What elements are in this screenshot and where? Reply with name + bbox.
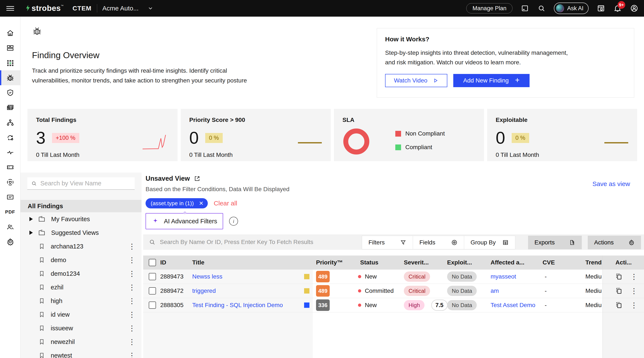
- row-checkbox[interactable]: [149, 302, 156, 309]
- row-checkbox[interactable]: [149, 287, 156, 294]
- sidebar-item-dashboards[interactable]: [0, 40, 20, 56]
- view-item[interactable]: ezhil ⋮: [20, 280, 142, 294]
- video-tutorials-icon[interactable]: [597, 4, 605, 12]
- sidebar-item-apps[interactable]: [0, 56, 20, 70]
- add-new-finding-button[interactable]: Add New Finding +: [453, 74, 530, 87]
- filters-button[interactable]: Filters: [362, 236, 413, 249]
- copy-icon[interactable]: [615, 287, 623, 295]
- how-it-works-title: How it Works?: [385, 36, 626, 43]
- sidebar-item-settings[interactable]: [0, 234, 20, 249]
- view-kebab-menu-icon[interactable]: ⋮: [128, 338, 136, 345]
- watch-video-button[interactable]: Watch Video: [385, 74, 447, 87]
- sidebar-item-tickets[interactable]: [0, 160, 20, 175]
- view-kebab-menu-icon[interactable]: ⋮: [128, 325, 136, 331]
- affected-asset-link[interactable]: myasseot: [490, 273, 516, 280]
- title-color-square: [304, 274, 310, 279]
- table-search-box[interactable]: [149, 234, 349, 250]
- view-item[interactable]: archana123 ⋮: [20, 240, 142, 253]
- info-icon[interactable]: i: [229, 217, 238, 226]
- row-kebab-menu-icon[interactable]: ⋮: [630, 286, 638, 295]
- home-icon: [6, 29, 14, 37]
- bookmark-icon: [38, 298, 45, 304]
- view-item[interactable]: demo1234 ⋮: [20, 267, 142, 280]
- view-item[interactable]: newezhil ⋮: [20, 335, 142, 348]
- org-selector-label[interactable]: Acme Auto...: [102, 5, 138, 12]
- chevron-down-icon[interactable]: [148, 5, 154, 11]
- sidebar-item-assets[interactable]: [0, 100, 20, 115]
- folder-my-favourites[interactable]: My Favourites: [20, 212, 142, 226]
- view-item[interactable]: newtest ⋮: [20, 348, 142, 358]
- sidebar-item-hierarchy[interactable]: [0, 115, 20, 130]
- view-search-box[interactable]: [27, 177, 135, 190]
- row-checkbox[interactable]: [149, 273, 156, 280]
- table-row[interactable]: 2888305 Test Finding - SQL Injection Dem…: [143, 298, 644, 312]
- view-item[interactable]: issueew ⋮: [20, 321, 142, 335]
- sidebar-item-pentesting[interactable]: [0, 175, 20, 190]
- ask-ai-button[interactable]: Ask AI: [554, 2, 588, 14]
- finding-title-link[interactable]: Test Finding - SQL Injection Demo: [192, 302, 283, 308]
- sidebar-item-automation[interactable]: [0, 130, 20, 145]
- sidebar-item-users[interactable]: [0, 220, 20, 234]
- column-header-priority[interactable]: Priority™: [316, 259, 343, 266]
- column-header-exploit[interactable]: Exploit...: [447, 259, 472, 266]
- save-as-view-link[interactable]: Save as view: [592, 180, 630, 188]
- view-item[interactable]: id view ⋮: [20, 308, 142, 321]
- ai-advanced-filters-button[interactable]: AI Advanced Filters: [146, 213, 223, 229]
- copy-icon[interactable]: [615, 273, 623, 280]
- sidebar-item-compliance[interactable]: [0, 85, 20, 100]
- sidebar-item-activity[interactable]: [0, 145, 20, 160]
- sidebar-item-reports[interactable]: [0, 190, 20, 204]
- view-kebab-menu-icon[interactable]: ⋮: [128, 352, 136, 358]
- sidebar-item-home[interactable]: [0, 26, 20, 40]
- account-icon[interactable]: [630, 4, 638, 12]
- view-item[interactable]: demo ⋮: [20, 253, 142, 267]
- view-search-input[interactable]: [40, 180, 131, 187]
- changelog-panel-icon[interactable]: [520, 4, 529, 12]
- search-icon[interactable]: [537, 4, 546, 12]
- finding-title-link[interactable]: Newss less: [192, 273, 222, 280]
- affected-asset-link[interactable]: am: [490, 288, 499, 294]
- column-header-id[interactable]: ID: [160, 259, 166, 266]
- column-header-severity[interactable]: Severit...: [404, 259, 429, 266]
- select-all-checkbox[interactable]: [149, 259, 156, 266]
- fields-button[interactable]: Fields: [413, 236, 464, 249]
- view-kebab-menu-icon[interactable]: ⋮: [128, 284, 136, 290]
- clear-all-link[interactable]: Clear all: [214, 200, 237, 207]
- actions-button[interactable]: Actions: [588, 236, 641, 249]
- row-kebab-menu-icon[interactable]: ⋮: [630, 301, 638, 310]
- group-by-button[interactable]: Group By: [464, 236, 515, 249]
- column-header-trend[interactable]: Trend: [586, 259, 602, 266]
- sidebar-item-findings[interactable]: [0, 70, 20, 85]
- column-header-affected-assets[interactable]: Affected a...: [490, 259, 524, 266]
- launch-icon[interactable]: [194, 175, 200, 182]
- filter-chip[interactable]: (asset.type in (1)) ✕: [146, 198, 208, 208]
- row-kebab-menu-icon[interactable]: ⋮: [630, 272, 638, 281]
- exports-button[interactable]: Exports: [528, 236, 582, 249]
- view-kebab-menu-icon[interactable]: ⋮: [128, 257, 136, 263]
- strobes-logo[interactable]: strobes ™: [24, 4, 64, 13]
- affected-asset-link[interactable]: Test Asset Demo: [490, 302, 535, 308]
- view-kebab-menu-icon[interactable]: ⋮: [128, 243, 136, 250]
- view-item[interactable]: high ⋮: [20, 294, 142, 308]
- column-header-title[interactable]: Title: [192, 259, 204, 266]
- view-kebab-menu-icon[interactable]: ⋮: [128, 270, 136, 277]
- caret-right-icon[interactable]: [30, 217, 33, 221]
- column-header-actions[interactable]: Acti...: [603, 256, 644, 270]
- view-kebab-menu-icon[interactable]: ⋮: [128, 311, 136, 318]
- manage-plan-button[interactable]: Manage Plan: [466, 3, 512, 14]
- all-findings-item[interactable]: All Findings: [20, 200, 142, 212]
- table-search-input[interactable]: [160, 239, 334, 246]
- copy-icon[interactable]: [615, 301, 623, 309]
- table-row[interactable]: 2889473 Newss less 489 New Critical No D…: [143, 270, 644, 284]
- notifications-bell-icon[interactable]: 9+: [613, 4, 622, 12]
- view-kebab-menu-icon[interactable]: ⋮: [128, 298, 136, 304]
- column-header-cve[interactable]: CVE: [542, 259, 555, 266]
- chip-close-icon[interactable]: ✕: [197, 200, 205, 207]
- finding-title-link[interactable]: triggered: [192, 288, 216, 294]
- hamburger-menu-icon[interactable]: [0, 0, 20, 16]
- column-header-status[interactable]: Status: [360, 259, 378, 266]
- folder-suggested-views[interactable]: Suggested Views: [20, 226, 142, 240]
- caret-right-icon[interactable]: [30, 230, 33, 235]
- sidebar-item-pdf-reports[interactable]: PDF: [0, 204, 20, 220]
- table-row[interactable]: 2889472 triggered 489 Committed Critical…: [143, 284, 644, 298]
